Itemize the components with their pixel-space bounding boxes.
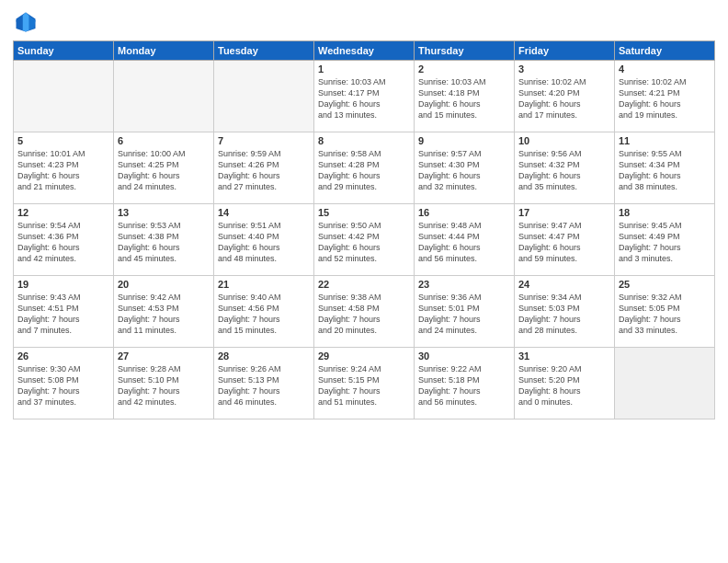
day-info: Sunrise: 10:02 AM Sunset: 4:21 PM Daylig… <box>619 76 711 121</box>
day-number: 26 <box>17 350 109 362</box>
day-number: 18 <box>619 207 711 218</box>
day-info: Sunrise: 9:48 AM Sunset: 4:44 PM Dayligh… <box>418 220 510 265</box>
day-info: Sunrise: 9:47 AM Sunset: 4:47 PM Dayligh… <box>518 220 610 265</box>
logo-icon <box>13 9 39 35</box>
calendar-cell: 15Sunrise: 9:50 AM Sunset: 4:42 PM Dayli… <box>314 204 415 276</box>
day-info: Sunrise: 9:34 AM Sunset: 5:03 PM Dayligh… <box>518 292 610 337</box>
day-info: Sunrise: 10:01 AM Sunset: 4:23 PM Daylig… <box>17 148 109 193</box>
calendar-cell: 31Sunrise: 9:20 AM Sunset: 5:20 PM Dayli… <box>515 348 615 419</box>
day-number: 11 <box>619 135 711 146</box>
week-row-3: 19Sunrise: 9:43 AM Sunset: 4:51 PM Dayli… <box>14 276 715 348</box>
day-number: 30 <box>418 350 510 362</box>
day-info: Sunrise: 9:28 AM Sunset: 5:10 PM Dayligh… <box>118 363 210 408</box>
day-info: Sunrise: 9:50 AM Sunset: 4:42 PM Dayligh… <box>318 220 410 265</box>
day-info: Sunrise: 9:20 AM Sunset: 5:20 PM Dayligh… <box>518 363 610 408</box>
day-number: 6 <box>118 135 210 146</box>
day-number: 22 <box>318 279 410 290</box>
calendar-cell: 11Sunrise: 9:55 AM Sunset: 4:34 PM Dayli… <box>615 132 715 204</box>
day-number: 15 <box>318 207 410 218</box>
calendar-cell: 26Sunrise: 9:30 AM Sunset: 5:08 PM Dayli… <box>14 348 114 419</box>
calendar-cell: 25Sunrise: 9:32 AM Sunset: 5:05 PM Dayli… <box>615 276 715 348</box>
day-number: 20 <box>118 279 210 290</box>
day-info: Sunrise: 9:58 AM Sunset: 4:28 PM Dayligh… <box>318 148 410 193</box>
day-info: Sunrise: 10:03 AM Sunset: 4:18 PM Daylig… <box>418 76 510 121</box>
calendar-cell: 1Sunrise: 10:03 AM Sunset: 4:17 PM Dayli… <box>314 61 415 132</box>
weekday-header-friday: Friday <box>515 41 615 61</box>
svg-marker-2 <box>23 13 29 32</box>
calendar-cell: 21Sunrise: 9:40 AM Sunset: 4:56 PM Dayli… <box>214 276 314 348</box>
calendar-cell: 7Sunrise: 9:59 AM Sunset: 4:26 PM Daylig… <box>214 132 314 204</box>
calendar-cell: 4Sunrise: 10:02 AM Sunset: 4:21 PM Dayli… <box>615 61 715 132</box>
calendar-cell: 6Sunrise: 10:00 AM Sunset: 4:25 PM Dayli… <box>114 132 214 204</box>
weekday-header-saturday: Saturday <box>615 41 715 61</box>
day-info: Sunrise: 9:42 AM Sunset: 4:53 PM Dayligh… <box>118 292 210 337</box>
calendar-cell <box>615 348 715 419</box>
weekday-header-monday: Monday <box>114 41 214 61</box>
day-info: Sunrise: 9:59 AM Sunset: 4:26 PM Dayligh… <box>218 148 310 193</box>
calendar-cell: 18Sunrise: 9:45 AM Sunset: 4:49 PM Dayli… <box>615 204 715 276</box>
day-info: Sunrise: 9:56 AM Sunset: 4:32 PM Dayligh… <box>518 148 610 193</box>
day-info: Sunrise: 9:53 AM Sunset: 4:38 PM Dayligh… <box>118 220 210 265</box>
day-number: 13 <box>118 207 210 218</box>
week-row-4: 26Sunrise: 9:30 AM Sunset: 5:08 PM Dayli… <box>14 348 715 419</box>
day-number: 4 <box>619 63 711 75</box>
day-number: 10 <box>518 135 610 146</box>
day-info: Sunrise: 9:26 AM Sunset: 5:13 PM Dayligh… <box>218 363 310 408</box>
day-number: 16 <box>418 207 510 218</box>
day-info: Sunrise: 9:43 AM Sunset: 4:51 PM Dayligh… <box>17 292 109 337</box>
calendar-cell <box>214 61 314 132</box>
calendar-cell: 27Sunrise: 9:28 AM Sunset: 5:10 PM Dayli… <box>114 348 214 419</box>
day-number: 2 <box>418 63 510 75</box>
week-row-2: 12Sunrise: 9:54 AM Sunset: 4:36 PM Dayli… <box>14 204 715 276</box>
calendar-cell <box>14 61 114 132</box>
calendar-table: SundayMondayTuesdayWednesdayThursdayFrid… <box>13 40 715 419</box>
day-number: 27 <box>118 350 210 362</box>
day-info: Sunrise: 10:03 AM Sunset: 4:17 PM Daylig… <box>318 76 410 121</box>
calendar-cell: 29Sunrise: 9:24 AM Sunset: 5:15 PM Dayli… <box>314 348 415 419</box>
calendar-cell: 5Sunrise: 10:01 AM Sunset: 4:23 PM Dayli… <box>14 132 114 204</box>
day-info: Sunrise: 9:55 AM Sunset: 4:34 PM Dayligh… <box>619 148 711 193</box>
weekday-header-tuesday: Tuesday <box>214 41 314 61</box>
day-number: 12 <box>17 207 109 218</box>
calendar-cell: 13Sunrise: 9:53 AM Sunset: 4:38 PM Dayli… <box>114 204 214 276</box>
day-number: 28 <box>218 350 310 362</box>
day-info: Sunrise: 9:54 AM Sunset: 4:36 PM Dayligh… <box>17 220 109 265</box>
day-number: 8 <box>318 135 410 146</box>
weekday-header-wednesday: Wednesday <box>314 41 415 61</box>
calendar-cell: 16Sunrise: 9:48 AM Sunset: 4:44 PM Dayli… <box>415 204 515 276</box>
day-info: Sunrise: 10:02 AM Sunset: 4:20 PM Daylig… <box>518 76 610 121</box>
calendar-cell: 9Sunrise: 9:57 AM Sunset: 4:30 PM Daylig… <box>415 132 515 204</box>
calendar-cell: 28Sunrise: 9:26 AM Sunset: 5:13 PM Dayli… <box>214 348 314 419</box>
day-number: 14 <box>218 207 310 218</box>
day-info: Sunrise: 9:36 AM Sunset: 5:01 PM Dayligh… <box>418 292 510 337</box>
calendar-cell: 10Sunrise: 9:56 AM Sunset: 4:32 PM Dayli… <box>515 132 615 204</box>
calendar-cell: 23Sunrise: 9:36 AM Sunset: 5:01 PM Dayli… <box>415 276 515 348</box>
calendar-cell: 24Sunrise: 9:34 AM Sunset: 5:03 PM Dayli… <box>515 276 615 348</box>
day-number: 23 <box>418 279 510 290</box>
week-row-0: 1Sunrise: 10:03 AM Sunset: 4:17 PM Dayli… <box>14 61 715 132</box>
day-info: Sunrise: 9:38 AM Sunset: 4:58 PM Dayligh… <box>318 292 410 337</box>
calendar-cell: 3Sunrise: 10:02 AM Sunset: 4:20 PM Dayli… <box>515 61 615 132</box>
day-info: Sunrise: 9:22 AM Sunset: 5:18 PM Dayligh… <box>418 363 510 408</box>
weekday-header-sunday: Sunday <box>14 41 114 61</box>
day-number: 31 <box>518 350 610 362</box>
day-info: Sunrise: 9:30 AM Sunset: 5:08 PM Dayligh… <box>17 363 109 408</box>
day-number: 17 <box>518 207 610 218</box>
day-number: 21 <box>218 279 310 290</box>
day-info: Sunrise: 9:45 AM Sunset: 4:49 PM Dayligh… <box>619 220 711 265</box>
day-info: Sunrise: 10:00 AM Sunset: 4:25 PM Daylig… <box>118 148 210 193</box>
day-info: Sunrise: 9:32 AM Sunset: 5:05 PM Dayligh… <box>619 292 711 337</box>
calendar-cell: 30Sunrise: 9:22 AM Sunset: 5:18 PM Dayli… <box>415 348 515 419</box>
logo <box>13 9 42 35</box>
calendar-cell: 17Sunrise: 9:47 AM Sunset: 4:47 PM Dayli… <box>515 204 615 276</box>
calendar-cell: 14Sunrise: 9:51 AM Sunset: 4:40 PM Dayli… <box>214 204 314 276</box>
calendar-cell: 22Sunrise: 9:38 AM Sunset: 4:58 PM Dayli… <box>314 276 415 348</box>
day-number: 7 <box>218 135 310 146</box>
day-number: 25 <box>619 279 711 290</box>
day-number: 29 <box>318 350 410 362</box>
calendar-cell: 19Sunrise: 9:43 AM Sunset: 4:51 PM Dayli… <box>14 276 114 348</box>
calendar-cell: 8Sunrise: 9:58 AM Sunset: 4:28 PM Daylig… <box>314 132 415 204</box>
calendar-cell <box>114 61 214 132</box>
calendar-cell: 12Sunrise: 9:54 AM Sunset: 4:36 PM Dayli… <box>14 204 114 276</box>
day-number: 3 <box>518 63 610 75</box>
